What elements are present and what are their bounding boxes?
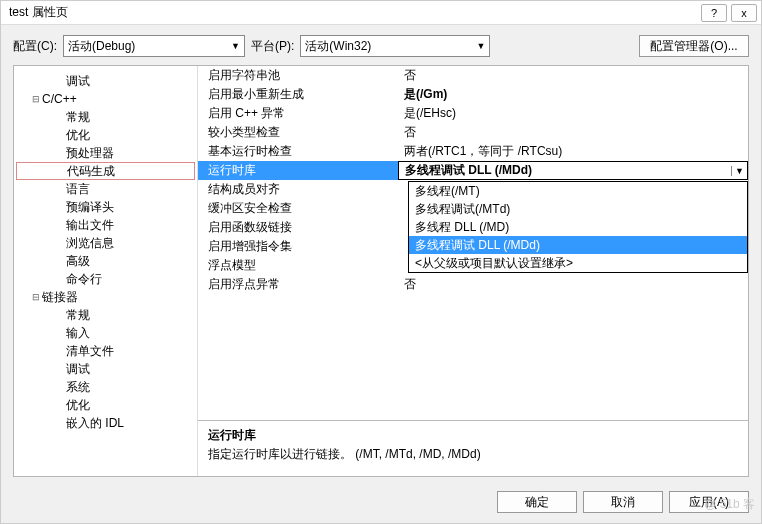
tree-item[interactable]: 常规: [16, 108, 195, 126]
tree-item[interactable]: 系统: [16, 378, 195, 396]
tree-item-label: 预处理器: [66, 145, 114, 162]
config-combo[interactable]: 活动(Debug) ▼: [63, 35, 245, 57]
tree-item-label: 常规: [66, 307, 90, 324]
tree-item-label: 清单文件: [66, 343, 114, 360]
tree-item-label: 输出文件: [66, 217, 114, 234]
expander-icon: ⊟: [30, 292, 42, 302]
tree-item-label: C/C++: [42, 92, 77, 106]
property-row[interactable]: 基本运行时检查两者(/RTC1，等同于 /RTCsu): [198, 142, 748, 161]
property-key: 较小类型检查: [198, 124, 398, 141]
property-key: 启用字符串池: [198, 67, 398, 84]
property-row[interactable]: 启用 C++ 异常是(/EHsc): [198, 104, 748, 123]
tree-item-label: 系统: [66, 379, 90, 396]
tree-item-label: 命令行: [66, 271, 102, 288]
page-title: test 属性页: [5, 4, 697, 21]
config-manager-button[interactable]: 配置管理器(O)...: [639, 35, 749, 57]
property-value[interactable]: 否: [398, 124, 748, 141]
tree-item-label: 代码生成: [67, 163, 115, 180]
tree-item-label: 调试: [66, 361, 90, 378]
tree-item[interactable]: 命令行: [16, 270, 195, 288]
property-value[interactable]: 多线程调试 DLL (/MDd)▼: [398, 161, 748, 180]
property-value[interactable]: 两者(/RTC1，等同于 /RTCsu): [398, 143, 748, 160]
tree-item-label: 链接器: [42, 289, 78, 306]
runtime-library-dropdown[interactable]: 多线程(/MT)多线程调试(/MTd)多线程 DLL (/MD)多线程调试 DL…: [408, 181, 748, 273]
tree-item[interactable]: ⊟链接器: [16, 288, 195, 306]
tree-item[interactable]: 浏览信息: [16, 234, 195, 252]
property-key: 结构成员对齐: [198, 181, 398, 198]
description-title: 运行时库: [208, 427, 738, 444]
tree-item[interactable]: ⊟C/C++: [16, 90, 195, 108]
property-grid[interactable]: 启用字符串池否启用最小重新生成是(/Gm)启用 C++ 异常是(/EHsc)较小…: [198, 66, 748, 420]
tree-item-label: 预编译头: [66, 199, 114, 216]
chevron-down-icon: ▼: [476, 41, 485, 51]
platform-combo[interactable]: 活动(Win32) ▼: [300, 35, 490, 57]
description-body: 指定运行时库以进行链接。 (/MT, /MTd, /MD, /MDd): [208, 446, 738, 463]
tree-item[interactable]: 优化: [16, 396, 195, 414]
help-button[interactable]: ?: [701, 4, 727, 22]
tree-item-label: 浏览信息: [66, 235, 114, 252]
tree-item-label: 常规: [66, 109, 90, 126]
tree-item[interactable]: 清单文件: [16, 342, 195, 360]
chevron-down-icon: ▼: [231, 41, 240, 51]
tree-item-label: 嵌入的 IDL: [66, 415, 124, 432]
nav-tree[interactable]: 调试⊟C/C++常规优化预处理器代码生成语言预编译头输出文件浏览信息高级命令行⊟…: [14, 66, 198, 476]
dropdown-option[interactable]: 多线程(/MT): [409, 182, 747, 200]
tree-item[interactable]: 代码生成: [16, 162, 195, 180]
ok-button[interactable]: 确定: [497, 491, 577, 513]
cancel-button[interactable]: 取消: [583, 491, 663, 513]
tree-item[interactable]: 预处理器: [16, 144, 195, 162]
tree-item-label: 优化: [66, 127, 90, 144]
tree-item[interactable]: 调试: [16, 360, 195, 378]
close-button[interactable]: x: [731, 4, 757, 22]
property-key: 浮点模型: [198, 257, 398, 274]
property-key: 基本运行时检查: [198, 143, 398, 160]
tree-item-label: 语言: [66, 181, 90, 198]
tree-item[interactable]: 优化: [16, 126, 195, 144]
tree-item[interactable]: 嵌入的 IDL: [16, 414, 195, 432]
property-key: 启用增强指令集: [198, 238, 398, 255]
tree-item-label: 高级: [66, 253, 90, 270]
dropdown-option[interactable]: 多线程调试 DLL (/MDd): [409, 236, 747, 254]
tree-item[interactable]: 输出文件: [16, 216, 195, 234]
property-value[interactable]: 否: [398, 67, 748, 84]
tree-item[interactable]: 高级: [16, 252, 195, 270]
property-row[interactable]: 较小类型检查否: [198, 123, 748, 142]
property-value[interactable]: 是(/EHsc): [398, 105, 748, 122]
property-key: 缓冲区安全检查: [198, 200, 398, 217]
property-row[interactable]: 启用字符串池否: [198, 66, 748, 85]
platform-label: 平台(P):: [251, 38, 294, 55]
tree-item[interactable]: 预编译头: [16, 198, 195, 216]
property-row[interactable]: 启用浮点异常否: [198, 275, 748, 294]
dropdown-option[interactable]: 多线程 DLL (/MD): [409, 218, 747, 236]
property-row[interactable]: 启用最小重新生成是(/Gm): [198, 85, 748, 104]
dropdown-option[interactable]: <从父级或项目默认设置继承>: [409, 254, 747, 272]
property-key: 启用 C++ 异常: [198, 105, 398, 122]
property-key: 运行时库: [198, 162, 398, 179]
property-key: 启用浮点异常: [198, 276, 398, 293]
tree-item[interactable]: 调试: [16, 72, 195, 90]
description-pane: 运行时库 指定运行时库以进行链接。 (/MT, /MTd, /MD, /MDd): [198, 420, 748, 476]
config-value: 活动(Debug): [68, 38, 135, 55]
property-key: 启用函数级链接: [198, 219, 398, 236]
apply-button[interactable]: 应用(A): [669, 491, 749, 513]
property-value[interactable]: 是(/Gm): [398, 86, 748, 103]
tree-item[interactable]: 输入: [16, 324, 195, 342]
tree-item[interactable]: 语言: [16, 180, 195, 198]
property-row[interactable]: 运行时库多线程调试 DLL (/MDd)▼: [198, 161, 748, 180]
config-label: 配置(C):: [13, 38, 57, 55]
chevron-down-icon[interactable]: ▼: [731, 166, 747, 176]
tree-item-label: 调试: [66, 73, 90, 90]
tree-item[interactable]: 常规: [16, 306, 195, 324]
tree-item-label: 输入: [66, 325, 90, 342]
dropdown-option[interactable]: 多线程调试(/MTd): [409, 200, 747, 218]
property-value[interactable]: 否: [398, 276, 748, 293]
expander-icon: ⊟: [30, 94, 42, 104]
tree-item-label: 优化: [66, 397, 90, 414]
platform-value: 活动(Win32): [305, 38, 371, 55]
property-key: 启用最小重新生成: [198, 86, 398, 103]
